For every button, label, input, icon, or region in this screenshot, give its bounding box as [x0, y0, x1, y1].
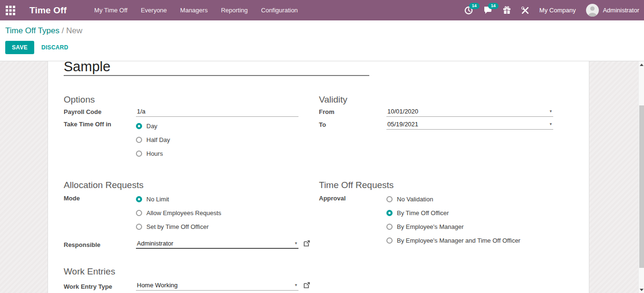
form-view: Sample Options Payroll Code 1/a Take Tim…: [0, 61, 644, 293]
work-entry-type-value: Home Working: [137, 282, 178, 289]
nav-reporting[interactable]: Reporting: [221, 7, 248, 14]
responsible-input[interactable]: Administrator ▾: [136, 239, 298, 249]
mode-row: Mode No Limit Allow Employees Requests S…: [64, 192, 221, 234]
radio-by-manager-and-officer-label: By Employee's Manager and Time Off Offic…: [397, 237, 520, 244]
breadcrumb-parent[interactable]: Time Off Types: [5, 26, 59, 35]
time-off-type-name-input[interactable]: Sample: [64, 61, 369, 76]
systray: 14 14 My Company: [464, 4, 644, 17]
messages-icon[interactable]: 14: [483, 6, 492, 14]
take-time-off-in-label: Take Time Off in: [64, 119, 136, 161]
tools-icon[interactable]: [521, 7, 529, 14]
radio-half-day-circle[interactable]: [136, 137, 142, 143]
radio-allow-employees-circle[interactable]: [136, 210, 142, 216]
gift-box-icon: [503, 6, 511, 14]
responsible-external-link-icon[interactable]: [304, 240, 310, 246]
work-entry-type-m2o: Home Working ▾: [136, 281, 310, 291]
work-entry-type-caret-icon[interactable]: ▾: [295, 283, 297, 287]
radio-no-validation-label: No Validation: [397, 196, 433, 203]
allocation-requests-heading: Allocation Requests: [64, 180, 144, 190]
save-button[interactable]: SAVE: [5, 41, 34, 54]
messages-badge: 14: [488, 3, 499, 9]
radio-option-hours[interactable]: Hours: [136, 147, 170, 161]
work-entry-type-external-link-icon[interactable]: [304, 282, 310, 288]
radio-set-by-officer-circle[interactable]: [136, 224, 142, 230]
validity-from-label: From: [319, 107, 386, 117]
apps-grid-icon[interactable]: [0, 0, 21, 20]
grid-icon: [6, 6, 15, 15]
take-time-off-in-options: Day Half Day Hours: [136, 119, 170, 161]
payroll-code-value: 1/a: [137, 108, 145, 115]
radio-by-officer-circle[interactable]: [386, 210, 393, 216]
validity-from-input[interactable]: 10/01/2020 ▾: [386, 107, 553, 117]
radio-option-by-time-off-officer[interactable]: By Time Off Officer: [386, 206, 520, 220]
radio-option-no-limit[interactable]: No Limit: [136, 192, 221, 206]
take-time-off-in-row: Take Time Off in Day Half Day Hours: [64, 119, 170, 161]
validity-to-row: To 05/19/2021 ▾: [319, 120, 553, 130]
responsible-value: Administrator: [137, 240, 173, 247]
radio-hours-circle[interactable]: [136, 151, 142, 157]
scrollbar-down-arrow[interactable]: [639, 286, 644, 293]
radio-option-day[interactable]: Day: [136, 119, 170, 133]
radio-option-allow-employees-requests[interactable]: Allow Employees Requests: [136, 206, 221, 220]
responsible-row: Responsible Administrator ▾: [64, 239, 310, 249]
responsible-label: Responsible: [64, 239, 136, 249]
radio-half-day-label: Half Day: [146, 136, 170, 143]
validity-heading: Validity: [319, 95, 347, 105]
approval-row: Approval No Validation By Time Off Offic…: [319, 192, 520, 247]
radio-hours-label: Hours: [146, 150, 163, 157]
responsible-caret-icon[interactable]: ▾: [295, 241, 297, 246]
radio-by-manager-circle[interactable]: [386, 224, 393, 230]
gift-icon[interactable]: [503, 6, 511, 14]
options-heading: Options: [64, 95, 95, 105]
control-panel-buttons: SAVE DISCARD: [5, 41, 644, 54]
user-menu[interactable]: Administrator: [586, 4, 639, 17]
work-entry-type-row: Work Entry Type Home Working ▾: [64, 281, 310, 291]
person-icon: [586, 4, 599, 17]
radio-option-by-manager-and-officer[interactable]: By Employee's Manager and Time Off Offic…: [386, 234, 520, 247]
radio-day-label: Day: [146, 123, 157, 130]
radio-set-by-officer-label: Set by Time Off Officer: [146, 223, 209, 230]
scrollbar-thumb[interactable]: [639, 105, 644, 268]
approval-options: No Validation By Time Off Officer By Emp…: [386, 192, 520, 247]
nav-configuration[interactable]: Configuration: [261, 7, 298, 14]
radio-option-set-by-officer[interactable]: Set by Time Off Officer: [136, 220, 221, 234]
nav-my-time-off[interactable]: My Time Off: [94, 7, 127, 14]
radio-option-half-day[interactable]: Half Day: [136, 133, 170, 147]
crossed-tools-icon: [521, 7, 529, 14]
app-title: Time Off: [29, 5, 67, 16]
top-bar: Time Off My Time Off Everyone Managers R…: [0, 0, 644, 20]
time-off-requests-heading: Time Off Requests: [319, 180, 394, 190]
validity-to-input[interactable]: 05/19/2021 ▾: [386, 120, 553, 130]
radio-no-limit-label: No Limit: [146, 196, 169, 203]
activities-icon[interactable]: 14: [464, 6, 473, 15]
vertical-scrollbar[interactable]: [638, 61, 644, 293]
radio-option-by-employees-manager[interactable]: By Employee's Manager: [386, 220, 520, 234]
payroll-code-input[interactable]: 1/a: [136, 107, 298, 117]
validity-from-value: 10/01/2020: [387, 108, 418, 115]
radio-day-circle[interactable]: [136, 123, 142, 129]
validity-to-caret-icon[interactable]: ▾: [549, 122, 552, 126]
nav-everyone[interactable]: Everyone: [141, 7, 167, 14]
radio-by-officer-label: By Time Off Officer: [397, 209, 449, 217]
radio-by-manager-and-officer-circle[interactable]: [386, 237, 393, 244]
validity-from-row: From 10/01/2020 ▾: [319, 107, 553, 117]
radio-no-limit-circle[interactable]: [136, 196, 142, 202]
breadcrumb: Time Off Types / New: [5, 25, 644, 37]
user-avatar: [586, 4, 599, 17]
user-name: Administrator: [603, 7, 639, 14]
scrollbar-up-arrow[interactable]: [639, 61, 644, 68]
control-panel: Time Off Types / New SAVE DISCARD: [0, 20, 644, 61]
mode-label: Mode: [64, 192, 136, 234]
activities-badge: 14: [469, 3, 480, 9]
payroll-code-label: Payroll Code: [64, 107, 136, 117]
validity-from-caret-icon[interactable]: ▾: [549, 109, 552, 113]
validity-to-value: 05/19/2021: [387, 121, 418, 128]
company-switcher[interactable]: My Company: [539, 7, 576, 14]
radio-no-validation-circle[interactable]: [386, 196, 393, 202]
work-entry-type-input[interactable]: Home Working ▾: [136, 281, 298, 291]
discard-button[interactable]: DISCARD: [41, 44, 68, 51]
nav-managers[interactable]: Managers: [180, 7, 208, 14]
responsible-m2o: Administrator ▾: [136, 239, 310, 249]
radio-allow-employees-label: Allow Employees Requests: [146, 209, 221, 217]
radio-option-no-validation[interactable]: No Validation: [386, 192, 520, 206]
